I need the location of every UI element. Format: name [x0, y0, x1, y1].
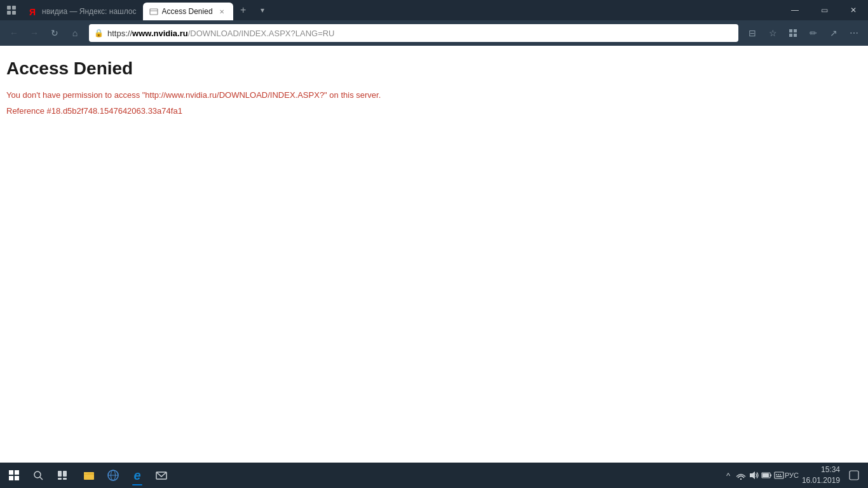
url-domain: www.nvidia.ru [132, 29, 188, 38]
address-bar: ← → ↻ ⌂ 🔒 https://www.nvidia.ru/DOWNLOAD… [0, 20, 868, 46]
tab-yandex[interactable]: Я нвидиа — Яндекс: нашлос [23, 3, 143, 20]
back-button[interactable]: ← [5, 24, 23, 42]
tab-switcher-icon[interactable] [3, 0, 20, 20]
svg-rect-0 [7, 6, 11, 10]
tab-active-label: Access Denied [162, 7, 213, 16]
svg-rect-4 [150, 9, 158, 15]
page-message: You don't have permission to access "htt… [6, 90, 862, 100]
reader-view-button[interactable]: ⊟ [743, 24, 761, 42]
yandex-favicon: Я [29, 7, 38, 16]
tab-close-button[interactable]: ✕ [217, 6, 227, 17]
page-reference: Reference #18.d5b2f748.1547642063.33a74f… [6, 106, 862, 116]
title-bar: Я нвидиа — Яндекс: нашлос Access Denied … [0, 0, 868, 20]
address-text: https://www.nvidia.ru/DOWNLOAD/INDEX.ASP… [107, 29, 733, 38]
svg-rect-3 [12, 11, 16, 15]
page-content: Access Denied You don't have permission … [0, 46, 868, 463]
favorites-star-button[interactable]: ☆ [764, 24, 782, 42]
forward-button[interactable]: → [25, 24, 43, 42]
page-title: Access Denied [6, 58, 862, 79]
url-path: /DOWNLOAD/INDEX.ASPX?LANG=RU [188, 29, 335, 38]
window-controls: — ▭ ✕ [780, 0, 868, 20]
url-prefix: https:// [107, 29, 132, 38]
svg-rect-2 [7, 11, 11, 15]
close-button[interactable]: ✕ [839, 0, 868, 20]
tabs-area: Я нвидиа — Яндекс: нашлос Access Denied … [23, 0, 780, 20]
maximize-button[interactable]: ▭ [810, 0, 839, 20]
tab-list-button[interactable]: ▾ [254, 0, 271, 20]
access-denied-favicon [149, 7, 158, 16]
tab-active[interactable]: Access Denied ✕ [143, 3, 233, 20]
home-button[interactable]: ⌂ [66, 24, 84, 42]
lock-icon: 🔒 [94, 29, 104, 37]
minimize-button[interactable]: — [780, 0, 810, 20]
address-input[interactable]: 🔒 https://www.nvidia.ru/DOWNLOAD/INDEX.A… [89, 24, 738, 42]
svg-rect-1 [12, 6, 16, 10]
share-button[interactable]: ↗ [825, 24, 843, 42]
new-tab-button[interactable]: + [233, 0, 254, 20]
more-button[interactable]: ⋯ [845, 24, 863, 42]
pen-button[interactable]: ✏ [804, 24, 822, 42]
tab-yandex-label: нвидиа — Яндекс: нашлос [42, 7, 137, 16]
hub-button[interactable] [784, 24, 802, 42]
refresh-button[interactable]: ↻ [46, 24, 64, 42]
